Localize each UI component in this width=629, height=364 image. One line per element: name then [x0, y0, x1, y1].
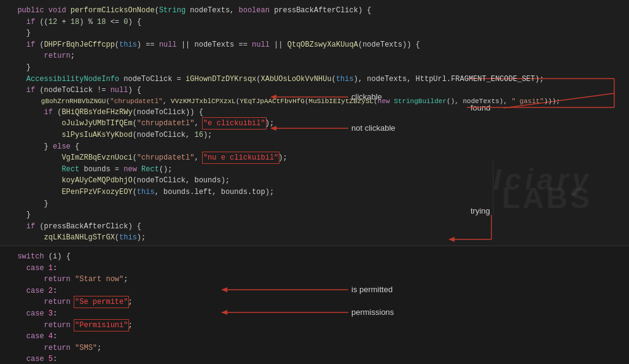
- code-line: if ((12 + 18) % 18 <= 0) {: [9, 17, 620, 28]
- top-panel: public void performClicksOnNode(String n…: [0, 0, 629, 246]
- code-line: }: [9, 198, 620, 210]
- code-line-not-clickable: VgImZRBqEvznUoci("chrupdatetl", "nu e cl…: [9, 152, 620, 164]
- code-line-se-permite: return "Se permite";: [9, 296, 620, 308]
- code-line: return "Start now";: [9, 274, 620, 285]
- bottom-panel: switch (i) { case 1: return "Start now";…: [0, 246, 629, 364]
- code-line: EPenFPzVFxozyEOY(this, bounds.left, boun…: [9, 187, 620, 198]
- code-line: if (DHPFrBqhJeCffcpp(this) == null || no…: [9, 39, 620, 51]
- code-line: zqLKiBaNHLgSTrGX(this);: [9, 232, 620, 244]
- code-line: if (BHiQRBsYdeFHzRWy(nodeToClick)) {: [9, 107, 620, 118]
- code-block-top: public void performClicksOnNode(String n…: [9, 5, 620, 246]
- code-line: case 4:: [9, 331, 620, 343]
- code-line: Rect bounds = new Rect();: [9, 164, 620, 176]
- code-line: switch (i) {: [9, 251, 620, 263]
- code-line: if (pressBackAfterClick) {: [9, 221, 620, 233]
- code-line: return;: [9, 50, 620, 62]
- code-line: }: [9, 209, 620, 221]
- code-line: case 1:: [9, 263, 620, 274]
- main-container: public void performClicksOnNode(String n…: [0, 0, 629, 364]
- code-line: return;: [9, 244, 620, 246]
- code-line: if (nodeToClick != null) {: [9, 85, 620, 96]
- code-line-permisiuni: return "Permisiuni";: [9, 320, 620, 331]
- code-line: AccessibilityNodeInfo nodeToClick = iGHo…: [9, 74, 620, 85]
- code-block-bottom: switch (i) { case 1: return "Start now";…: [9, 251, 620, 364]
- code-line: }: [9, 28, 620, 39]
- code-line: case 5:: [9, 354, 620, 364]
- code-line: } else {: [9, 141, 620, 153]
- code-line: koyAUyCeMQPdbhjO(nodeToClick, bounds);: [9, 175, 620, 187]
- code-line: case 2:: [9, 285, 620, 297]
- code-line: }: [9, 62, 620, 74]
- code-line: gBohZrnRHBVbZNGU("chrupdatetl", VVzKMJTx…: [9, 96, 620, 107]
- code-line: public void performClicksOnNode(String n…: [9, 5, 620, 17]
- code-line-clickable: oJulwJyUMbTIfQEm("chrupdatetl", "e click…: [9, 118, 620, 130]
- code-line: case 3:: [9, 308, 620, 320]
- code-line: return "SMS";: [9, 343, 620, 354]
- code-line: slPysIuAKsYyKbod(nodeToClick, 16);: [9, 130, 620, 141]
